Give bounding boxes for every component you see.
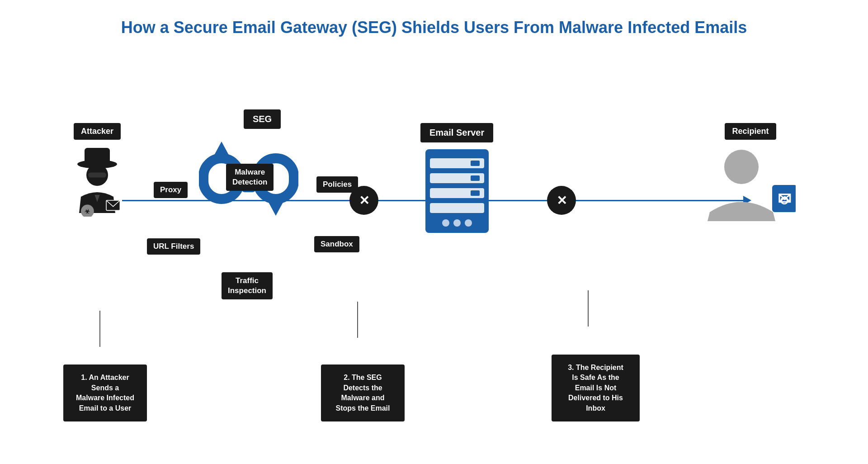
block-circle-2: ✕ — [547, 186, 576, 215]
svg-point-25 — [724, 150, 759, 184]
svg-marker-10 — [212, 142, 231, 158]
svg-rect-3 — [88, 172, 106, 177]
attacker-icon: ☣ — [68, 144, 127, 217]
info-box-2: 2. The SEG Detects the Malware and Stops… — [321, 365, 405, 421]
recipient-group: Recipient ✉ Ο — [705, 123, 796, 221]
connector-line-1 — [99, 311, 100, 347]
traffic-inspection-label: Traffic Inspection — [222, 272, 273, 299]
block-circle-1: ✕ — [349, 186, 378, 215]
svg-marker-11 — [267, 199, 285, 216]
svg-rect-18 — [430, 203, 484, 213]
svg-point-24 — [465, 219, 472, 227]
page-title: How a Secure Email Gateway (SEG) Shields… — [121, 18, 747, 37]
malware-detection-label: Malware Detection — [226, 164, 274, 191]
info-box-1: 1. An Attacker Sends a Malware Infected … — [63, 365, 147, 421]
svg-rect-21 — [471, 190, 480, 196]
connector-line-2 — [357, 302, 358, 338]
seg-main-label: SEG — [244, 109, 281, 129]
svg-rect-1 — [85, 148, 110, 165]
svg-text:☣: ☣ — [85, 208, 90, 215]
svg-rect-20 — [471, 175, 480, 181]
email-server-label: Email Server — [420, 123, 493, 142]
attacker-group: Attacker ☣ — [68, 123, 127, 217]
url-filters-label: URL Filters — [147, 238, 200, 255]
recipient-label: Recipient — [725, 123, 776, 140]
svg-point-23 — [453, 219, 461, 227]
main-container: How a Secure Email Gateway (SEG) Shields… — [0, 0, 868, 464]
email-server-group: Email Server — [420, 123, 493, 237]
email-server-icon — [421, 147, 493, 237]
svg-point-22 — [442, 219, 449, 227]
diagram-area: Attacker ☣ — [50, 64, 818, 426]
connector-line-3 — [588, 290, 589, 327]
recipient-icon: ✉ Ο — [705, 144, 796, 221]
svg-text:Ο: Ο — [780, 194, 789, 207]
svg-rect-19 — [471, 161, 480, 166]
sandbox-label: Sandbox — [314, 236, 359, 252]
proxy-label: Proxy — [154, 182, 188, 198]
attacker-label: Attacker — [74, 123, 121, 140]
info-box-3: 3. The Recipient Is Safe As the Email Is… — [552, 355, 640, 421]
policies-label: Policies — [316, 176, 358, 193]
